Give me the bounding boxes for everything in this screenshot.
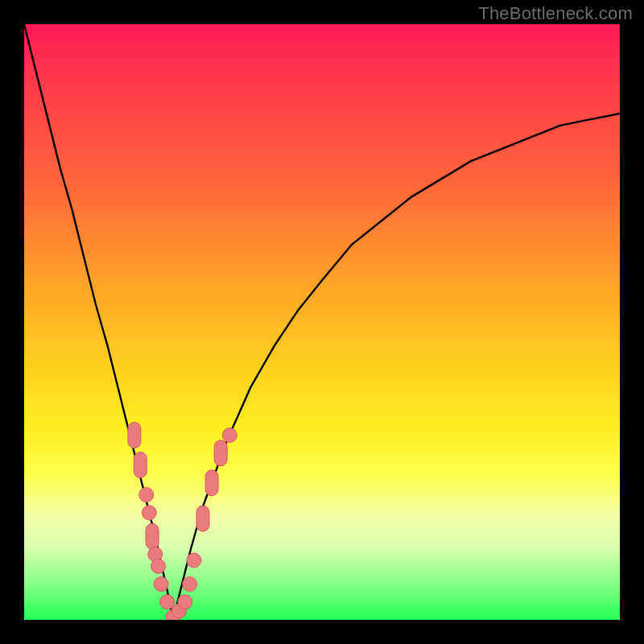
marker-dot [160, 595, 175, 609]
marker-capsule [214, 440, 227, 466]
marker-dot [151, 559, 166, 573]
outer-frame: TheBottleneck.com [0, 0, 644, 644]
marker-dot [222, 428, 237, 443]
marker-capsule [196, 506, 209, 531]
marker-dot [139, 488, 154, 502]
chart-svg [24, 24, 620, 620]
marker-capsule [134, 452, 147, 478]
curve-markers [128, 423, 237, 620]
marker-dot [154, 577, 168, 592]
marker-capsule [146, 523, 159, 549]
marker-capsule [205, 470, 218, 496]
plot-area [24, 24, 620, 620]
bottleneck-curve [24, 24, 620, 620]
marker-dot [142, 506, 156, 520]
watermark-text: TheBottleneck.com [478, 3, 633, 24]
marker-capsule [128, 423, 141, 448]
marker-dot [178, 595, 192, 609]
marker-dot [183, 577, 197, 592]
marker-dot [187, 553, 201, 568]
